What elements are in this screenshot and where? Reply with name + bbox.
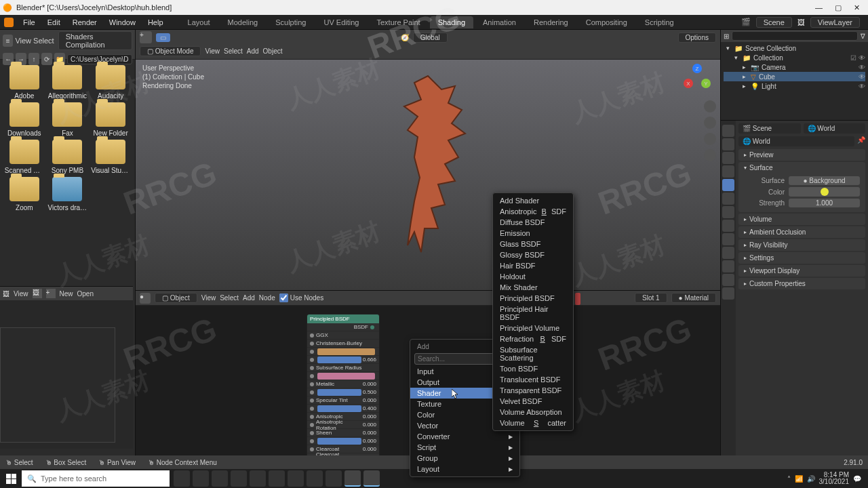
folder-item[interactable]: Fax [47,102,88,137]
cursor-tool-icon[interactable]: + [140,31,152,43]
shader-item[interactable]: Glass BSDF [493,239,573,249]
material-select[interactable]: ● Material [671,293,716,303]
ne-select[interactable]: Select [220,294,239,302]
ws-compositing[interactable]: Compositing [578,16,635,28]
folder-item[interactable]: Allegorithmic [47,65,88,100]
notifications-icon[interactable]: 💬 [853,475,861,483]
ws-shading[interactable]: Shading [430,16,473,28]
shader-item[interactable]: Subsurface Scattering [493,344,573,363]
explorer-icon[interactable] [231,470,247,487]
node-param-row[interactable]: 0.500 [307,388,379,396]
prop-tab-view[interactable] [722,152,734,164]
prop-tab-output[interactable] [722,138,734,150]
outliner-light[interactable]: ▸💡Light👁 [724,81,865,91]
clock[interactable]: 8:14 PM3/10/2021 [819,472,850,485]
fb-hamburger-icon[interactable]: ≡ [3,35,13,47]
material-output-node-edge[interactable] [575,293,580,305]
ws-scripting[interactable]: Scripting [637,16,682,28]
close-button[interactable]: ✕ [854,3,860,12]
folder-item[interactable]: Downloads [4,102,45,137]
scene-select[interactable]: Scene [756,17,792,28]
node-param-row[interactable]: Anisotropic Rotation0.000 [307,421,379,429]
shader-item[interactable]: Refraction BSDF [493,333,573,344]
folder-item[interactable]: Zoom [4,177,45,211]
shader-item[interactable]: Glossy BSDF [493,249,573,260]
word-icon[interactable] [326,470,342,487]
cortana-icon[interactable] [174,470,190,487]
panel-volume[interactable]: Volume [738,214,865,225]
ws-sculpting[interactable]: Sculpting [267,16,314,28]
camera-icon[interactable] [704,133,716,145]
move-icon[interactable] [704,117,716,129]
shader-item[interactable]: Diffuse BSDF [493,217,573,228]
shader-item[interactable]: Anisotropic BSDF [493,206,573,217]
fb-select[interactable]: Select [33,37,54,45]
prop-tab-data[interactable] [722,260,734,272]
vp-object[interactable]: Object [263,47,283,55]
viewlayer-select[interactable]: ViewLayer [810,17,860,28]
outliner-mode-icon[interactable]: ⊞ [724,33,729,40]
panel-viewport-display[interactable]: Viewport Display [738,265,865,277]
orientation-select[interactable]: Global [413,33,448,43]
color-value[interactable] [789,187,860,197]
shader-item[interactable]: Volume Absorption [493,407,573,418]
node-param-row[interactable]: GGX [307,331,379,340]
node-param-row[interactable]: Sheen0.000 [307,429,379,437]
add-cat-layout[interactable]: Layout▶ [410,464,519,474]
panel-custom-props[interactable]: Custom Properties [738,278,865,289]
surface-value[interactable]: ● Background [789,176,860,185]
persp-ortho-icon[interactable] [704,149,716,161]
prop-tab-render[interactable] [722,125,734,137]
shader-item[interactable]: Principled Volume [493,323,573,333]
world-field[interactable]: 🌐 World [804,123,866,134]
node-param-row[interactable]: 0.400 [307,405,379,413]
prop-tab-particle[interactable] [722,220,734,232]
store-icon[interactable] [250,470,266,487]
panel-surface[interactable]: Surface [738,162,865,174]
shader-item[interactable]: Emission [493,228,573,239]
prop-tab-material[interactable] [722,274,734,286]
add-cat-group[interactable]: Group▶ [410,453,519,464]
folder-item[interactable]: Sony PMB [47,140,88,174]
object-mode-select[interactable]: ▢ Object Mode [140,46,201,56]
panel-settings[interactable]: Settings [738,252,865,264]
maximize-button[interactable]: ▢ [835,3,842,12]
zoom-icon[interactable] [704,100,716,113]
folder-item[interactable]: Scanned Doc... [4,140,45,174]
slot-select[interactable]: Slot 1 [635,293,667,303]
menu-help[interactable]: Help [142,17,169,28]
shader-item[interactable]: Toon BSDF [493,363,573,374]
tray-up-icon[interactable]: ˄ [787,475,791,483]
ne-node[interactable]: Node [259,294,275,302]
node-param-row[interactable]: Christensen-Burley [307,340,379,348]
uv-open[interactable]: Open [77,290,94,298]
folder-item[interactable]: Visual Studio... [90,140,131,174]
ws-animation[interactable]: Animation [475,16,524,28]
prop-tab-texture[interactable] [722,287,734,300]
shader-item[interactable]: Hair BSDF [493,260,573,271]
menu-render[interactable]: Render [67,17,102,28]
folder-item[interactable]: Adobe [4,65,45,100]
taskbar-search[interactable]: 🔍 Type here to search [22,470,170,487]
add-cat-script[interactable]: Script▶ [410,442,519,453]
mail-icon[interactable] [212,470,228,487]
folder-item[interactable]: New Folder [90,102,131,137]
node-param-row[interactable]: 0.666 [307,356,379,364]
outliner-scene-collection[interactable]: ▾📁Scene Collection [724,43,865,53]
folder-item[interactable]: Victors drawi... [47,177,88,211]
panel-ao[interactable]: Ambient Occlusion [738,226,865,238]
world-block-field[interactable]: 🌐 World [738,136,854,146]
options-dropdown[interactable]: Options [678,33,716,43]
3d-viewport[interactable]: User Perspective (1) Collection | Cube R… [136,60,720,290]
shader-item[interactable]: Principled BSDF [493,293,573,304]
volume-icon[interactable]: 🔊 [807,475,815,483]
node-param-row[interactable]: Metallic0.000 [307,380,379,388]
shader-item[interactable]: Principled Hair BSDF [493,304,573,323]
uv-image-editor[interactable]: 🖼 View 🖼 + New Open [0,286,133,449]
wifi-icon[interactable]: 📶 [795,475,803,483]
ws-uvediting[interactable]: UV Editing [315,16,367,28]
uv-mode-icon[interactable]: 🖼 [3,290,9,298]
node-param-row[interactable]: Specular Tint0.000 [307,396,379,405]
vp-view[interactable]: View [205,47,220,55]
outliner-cube[interactable]: ▸▽Cube👁 [724,72,865,81]
